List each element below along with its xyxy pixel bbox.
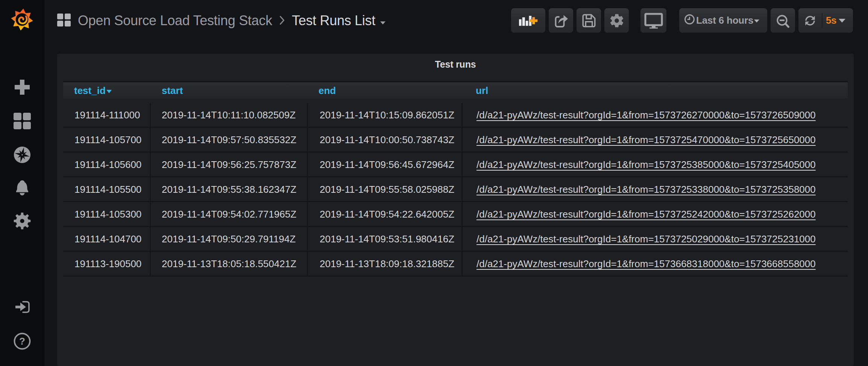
- svg-text:?: ?: [19, 336, 25, 347]
